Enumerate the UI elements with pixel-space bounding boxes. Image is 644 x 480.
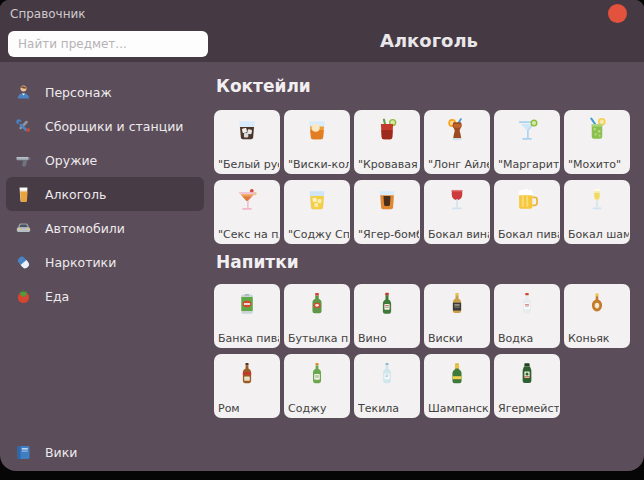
item-card[interactable]: Бокал шампанского	[564, 180, 630, 244]
reference-window: Справочник Алкоголь ПерсонажСборщики и с…	[0, 0, 644, 471]
sidebar-item[interactable]: Оружие	[6, 143, 204, 177]
rum-bottle-icon	[214, 360, 280, 388]
item-label: "Соджу Спрайт"	[288, 228, 349, 241]
item-label: "Секс на пляже"	[218, 228, 279, 241]
whiskey-cola-icon	[284, 116, 350, 144]
mojito-icon	[564, 116, 630, 144]
item-card[interactable]: "Кровавая Мэри"	[354, 110, 420, 174]
sidebar-spacer	[0, 313, 210, 435]
item-card[interactable]: Виски	[424, 284, 490, 348]
item-card[interactable]: Текила	[354, 354, 420, 418]
sidebar-item-wiki[interactable]: Вики	[6, 435, 204, 469]
item-card[interactable]: Бокал вина	[424, 180, 490, 244]
item-card[interactable]: Банка пива	[214, 284, 280, 348]
item-card[interactable]: "Лонг Айленд"	[424, 110, 490, 174]
item-label: Вино	[358, 332, 419, 345]
sidebar-item-label: Алкоголь	[45, 187, 106, 202]
item-label: Бокал вина	[428, 228, 489, 241]
person-icon	[15, 84, 32, 101]
item-label: Банка пива	[218, 332, 279, 345]
search-input[interactable]	[8, 31, 208, 57]
sidebar-item-label: Оружие	[45, 153, 97, 168]
jagermeister-bottle-icon	[494, 360, 560, 388]
margarita-icon	[494, 116, 560, 144]
item-label: Бокал шампанского	[568, 228, 629, 241]
sidebar-item[interactable]: Алкоголь	[6, 177, 204, 211]
bloody-mary-icon	[354, 116, 420, 144]
item-label: "Лонг Айленд"	[428, 158, 489, 171]
item-card[interactable]: "Ягер-бомба"	[354, 180, 420, 244]
soju-bottle-icon	[284, 360, 350, 388]
item-card[interactable]: Бокал пива	[494, 180, 560, 244]
vodka-bottle-icon	[494, 290, 560, 318]
item-card[interactable]: Ром	[214, 354, 280, 418]
item-label: Шампанское	[428, 402, 489, 415]
item-card[interactable]: Коньяк	[564, 284, 630, 348]
item-card[interactable]: "Соджу Спрайт"	[284, 180, 350, 244]
sidebar-item-label: Еда	[45, 289, 69, 304]
pill-icon	[15, 254, 32, 271]
sidebar-item-label: Автомобили	[45, 221, 125, 236]
tools-icon	[15, 118, 32, 135]
item-label: "Ягер-бомба"	[358, 228, 419, 241]
item-label: Бокал пива	[498, 228, 559, 241]
gun-icon	[15, 152, 32, 169]
item-card[interactable]: Бутылка пива	[284, 284, 350, 348]
beer-bottle-icon	[284, 290, 350, 318]
item-card[interactable]: Вино	[354, 284, 420, 348]
sidebar-item[interactable]: Сборщики и станции	[6, 109, 204, 143]
sidebar-item-label: Наркотики	[45, 255, 116, 270]
sidebar-item-label: Персонаж	[45, 85, 112, 100]
item-label: "Виски-кола"	[288, 158, 349, 171]
sidebar-item[interactable]: Автомобили	[6, 211, 204, 245]
sidebar: ПерсонажСборщики и станцииОружиеАлкоголь…	[0, 62, 210, 471]
wine-glass-icon	[424, 186, 490, 214]
car-icon	[15, 220, 32, 237]
item-card[interactable]: "Белый русский"	[214, 110, 280, 174]
item-label: Ягермейстер	[498, 402, 559, 415]
content-panel: Коктейли"Белый русский""Виски-кола""Кров…	[210, 62, 644, 471]
sex-on-the-beach-icon	[214, 186, 280, 214]
item-label: "Маргарита"	[498, 158, 559, 171]
whiskey-bottle-icon	[424, 290, 490, 318]
sidebar-item-label: Сборщики и станции	[45, 119, 183, 134]
item-card[interactable]: "Секс на пляже"	[214, 180, 280, 244]
item-grid: "Белый русский""Виски-кола""Кровавая Мэр…	[214, 110, 630, 244]
item-card[interactable]: "Виски-кола"	[284, 110, 350, 174]
sidebar-item[interactable]: Еда	[6, 279, 204, 313]
item-card[interactable]: "Мохито"	[564, 110, 630, 174]
main-area: ПерсонажСборщики и станцииОружиеАлкоголь…	[0, 62, 644, 471]
item-card[interactable]: "Маргарита"	[494, 110, 560, 174]
champagne-bottle-icon	[424, 360, 490, 388]
item-card[interactable]: Водка	[494, 284, 560, 348]
item-card[interactable]: Соджу	[284, 354, 350, 418]
sidebar-item[interactable]: Персонаж	[6, 75, 204, 109]
soju-sprite-icon	[284, 186, 350, 214]
cognac-bottle-icon	[564, 290, 630, 318]
item-label: "Кровавая Мэри"	[358, 158, 419, 171]
beer-mug-icon	[494, 186, 560, 214]
beer-can-icon	[214, 290, 280, 318]
item-label: Текила	[358, 402, 419, 415]
white-russian-icon	[214, 116, 280, 144]
app-title: Справочник	[10, 7, 86, 21]
tomato-icon	[15, 288, 32, 305]
item-label: Виски	[428, 332, 489, 345]
sidebar-nav: ПерсонажСборщики и станцииОружиеАлкоголь…	[0, 75, 210, 313]
section-title: Напитки	[216, 252, 630, 272]
item-card[interactable]: Шампанское	[424, 354, 490, 418]
beer-icon	[15, 186, 32, 203]
item-label: Коньяк	[568, 332, 629, 345]
item-grid: Банка пиваБутылка пиваВиноВискиВодкаКонь…	[214, 284, 630, 418]
header-bar: Справочник Алкоголь	[0, 0, 644, 62]
close-button[interactable]	[608, 4, 627, 23]
item-label: "Белый русский"	[218, 158, 279, 171]
sidebar-item-label: Вики	[45, 445, 77, 460]
long-island-icon	[424, 116, 490, 144]
item-card[interactable]: Ягермейстер	[494, 354, 560, 418]
sidebar-item[interactable]: Наркотики	[6, 245, 204, 279]
wine-bottle-icon	[354, 290, 420, 318]
tequila-bottle-icon	[354, 360, 420, 388]
book-icon	[15, 444, 32, 461]
page-title: Алкоголь	[214, 30, 644, 51]
